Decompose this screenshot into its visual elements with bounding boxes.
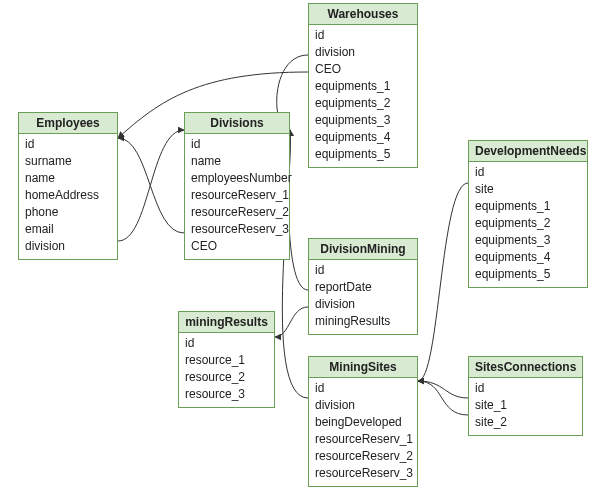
entity-warehouses-body: id division CEO equipments_1 equipments_… xyxy=(309,25,417,167)
field: resource_2 xyxy=(185,369,268,386)
field: id xyxy=(25,136,111,153)
field: id xyxy=(185,335,268,352)
entity-divisions[interactable]: Divisions id name employeesNumber resour… xyxy=(184,112,290,260)
entity-sites-connections-body: id site_1 site_2 xyxy=(469,378,582,435)
entity-mining-results-title: miningResults xyxy=(179,312,274,333)
field: equipments_4 xyxy=(315,129,411,146)
field: resourceReserv_3 xyxy=(315,465,411,482)
field: email xyxy=(25,221,111,238)
field: surname xyxy=(25,153,111,170)
field: equipments_3 xyxy=(475,232,581,249)
field: id xyxy=(191,136,283,153)
field: homeAddress xyxy=(25,187,111,204)
entity-warehouses[interactable]: Warehouses id division CEO equipments_1 … xyxy=(308,3,418,168)
entity-divisions-body: id name employeesNumber resourceReserv_1… xyxy=(185,134,289,259)
field: id xyxy=(315,262,411,279)
field: id xyxy=(315,27,411,44)
field: CEO xyxy=(315,61,411,78)
field: phone xyxy=(25,204,111,221)
field: id xyxy=(475,380,576,397)
field: employeesNumber xyxy=(191,170,283,187)
field: site_1 xyxy=(475,397,576,414)
field: name xyxy=(25,170,111,187)
field: division xyxy=(25,238,111,255)
entity-mining-results[interactable]: miningResults id resource_1 resource_2 r… xyxy=(178,311,275,408)
entity-employees-title: Employees xyxy=(19,113,117,134)
field: resource_3 xyxy=(185,386,268,403)
field: equipments_5 xyxy=(315,146,411,163)
entity-employees-body: id surname name homeAddress phone email … xyxy=(19,134,117,259)
field: reportDate xyxy=(315,279,411,296)
entity-division-mining[interactable]: DivisionMining id reportDate division mi… xyxy=(308,238,418,335)
field: equipments_3 xyxy=(315,112,411,129)
entity-development-needs-body: id site equipments_1 equipments_2 equipm… xyxy=(469,162,587,287)
field: beingDeveloped xyxy=(315,414,411,431)
field: name xyxy=(191,153,283,170)
field: miningResults xyxy=(315,313,411,330)
field: id xyxy=(475,164,581,181)
entity-divisions-title: Divisions xyxy=(185,113,289,134)
field: division xyxy=(315,397,411,414)
field: CEO xyxy=(191,238,283,255)
entity-warehouses-title: Warehouses xyxy=(309,4,417,25)
entity-development-needs-title: DevelopmentNeeds xyxy=(469,141,587,162)
field: resource_1 xyxy=(185,352,268,369)
entity-division-mining-title: DivisionMining xyxy=(309,239,417,260)
field: equipments_5 xyxy=(475,266,581,283)
entity-sites-connections[interactable]: SitesConnections id site_1 site_2 xyxy=(468,356,583,436)
entity-sites-connections-title: SitesConnections xyxy=(469,357,582,378)
entity-mining-sites-body: id division beingDeveloped resourceReser… xyxy=(309,378,417,486)
field: division xyxy=(315,296,411,313)
entity-mining-results-body: id resource_1 resource_2 resource_3 xyxy=(179,333,274,407)
entity-mining-sites-title: MiningSites xyxy=(309,357,417,378)
field: equipments_4 xyxy=(475,249,581,266)
field: equipments_1 xyxy=(475,198,581,215)
field: resourceReserv_2 xyxy=(315,448,411,465)
entity-development-needs[interactable]: DevelopmentNeeds id site equipments_1 eq… xyxy=(468,140,588,288)
field: resourceReserv_1 xyxy=(315,431,411,448)
field: equipments_2 xyxy=(475,215,581,232)
field: equipments_1 xyxy=(315,78,411,95)
field: division xyxy=(315,44,411,61)
field: equipments_2 xyxy=(315,95,411,112)
field: resourceReserv_2 xyxy=(191,204,283,221)
field: resourceReserv_3 xyxy=(191,221,283,238)
entity-mining-sites[interactable]: MiningSites id division beingDeveloped r… xyxy=(308,356,418,487)
field: site xyxy=(475,181,581,198)
field: id xyxy=(315,380,411,397)
entity-division-mining-body: id reportDate division miningResults xyxy=(309,260,417,334)
field: resourceReserv_1 xyxy=(191,187,283,204)
field: site_2 xyxy=(475,414,576,431)
entity-employees[interactable]: Employees id surname name homeAddress ph… xyxy=(18,112,118,260)
